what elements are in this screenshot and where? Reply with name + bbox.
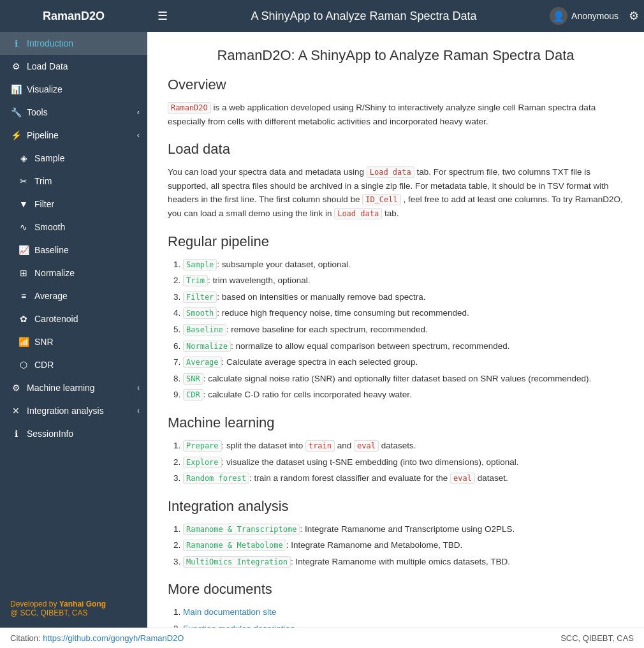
- list-item: Ramanome & Metabolome: Integrate Ramanom…: [183, 538, 624, 552]
- gear-icon: ⚙: [10, 61, 22, 71]
- list-item: CDR: calculate C-D ratio for cells incor…: [183, 388, 624, 402]
- sidebar-item-baseline[interactable]: 📈 Baseline: [0, 239, 147, 261]
- list-item: Random forest: train a random forest cla…: [183, 471, 624, 485]
- app-title: A ShinyApp to Analyze Raman Spectra Data: [178, 10, 550, 23]
- doc-link-1[interactable]: Main documentation site: [183, 607, 276, 617]
- hamburger-icon[interactable]: ☰: [147, 9, 178, 23]
- sidebar-item-sample[interactable]: ◈ Sample: [0, 147, 147, 170]
- more-documents-heading: More documents: [168, 581, 624, 598]
- list-item: Sample: subsample your dataset, optional…: [183, 258, 624, 272]
- sidebar-label: SNR: [34, 337, 54, 347]
- load-data-code3: Load data: [334, 208, 382, 219]
- sidebar-label: Carotenoid: [34, 314, 78, 324]
- list-item: SNR: calculate signal noise ratio (SNR) …: [183, 372, 624, 386]
- sidebar-label: CDR: [34, 360, 54, 370]
- sidebar-item-cdr[interactable]: ⬡ CDR: [0, 353, 147, 376]
- pipeline-icon: ⚡: [10, 130, 22, 140]
- citation-text: Citation: https://github.com/gongyh/Rama…: [10, 633, 184, 643]
- sidebar-label: Tools: [27, 107, 48, 117]
- username: Anonymous: [571, 11, 618, 21]
- average-icon: ≡: [18, 291, 29, 301]
- machine-learning-list: Prepare: split the dataset into train an…: [183, 439, 624, 485]
- sidebar-item-snr[interactable]: 📶 SNR: [0, 330, 147, 353]
- sidebar-label: Visualize: [27, 84, 62, 94]
- load-data-heading: Load data: [168, 141, 624, 158]
- sidebar-label: Sample: [34, 153, 64, 163]
- sidebar-label: Filter: [34, 199, 54, 209]
- overview-body: is a web application developed using R/S…: [168, 103, 596, 126]
- list-item: Average: Calculate average spectra in ea…: [183, 355, 624, 369]
- sidebar-item-carotenoid[interactable]: ✿ Carotenoid: [0, 307, 147, 330]
- sidebar-item-sessioninfo[interactable]: ℹ SessionInfo: [0, 422, 147, 445]
- footer-text1: Developed by: [10, 600, 59, 608]
- filter-icon: ▼: [18, 199, 29, 209]
- chevron-left-icon: ‹: [137, 131, 140, 140]
- sidebar-item-load-data[interactable]: ⚙ Load Data: [0, 55, 147, 78]
- sidebar-label: Integration analysis: [27, 406, 104, 416]
- topbar: RamanD2O ☰ A ShinyApp to Analyze Raman S…: [0, 0, 644, 32]
- integration-analysis-list: Ramanome & Transcriptome: Integrate Rama…: [183, 522, 624, 569]
- sessioninfo-icon: ℹ: [10, 429, 22, 439]
- sidebar-item-average[interactable]: ≡ Average: [0, 284, 147, 307]
- sidebar-item-normalize[interactable]: ⊞ Normalize: [0, 261, 147, 284]
- sidebar-label: Baseline: [34, 245, 69, 255]
- list-item: Ramanome & Transcriptome: Integrate Rama…: [183, 522, 624, 536]
- list-item: Baseline: remove baseline for each spect…: [183, 323, 624, 337]
- ramanD2O-code: RamanD2O: [168, 102, 211, 114]
- sidebar-label: Machine learning: [27, 383, 95, 393]
- overview-heading: Overview: [168, 77, 624, 93]
- page-title: RamanD2O: A ShinyApp to Analyze Raman Sp…: [168, 47, 624, 64]
- regular-pipeline-heading: Regular pipeline: [168, 233, 624, 250]
- sidebar-item-trim[interactable]: ✂ Trim: [0, 170, 147, 193]
- main-layout: ℹ Introduction ⚙ Load Data 📊 Visualize 🔧…: [0, 32, 644, 628]
- snr-icon: 📶: [18, 337, 29, 347]
- sidebar-label: Introduction: [27, 38, 73, 48]
- smooth-icon: ∿: [18, 222, 29, 232]
- integration-icon: ✕: [10, 406, 22, 416]
- more-documents-list: Main documentation site Function modules…: [183, 605, 624, 628]
- sidebar-label: Normalize: [34, 268, 75, 278]
- sidebar-item-machine-learning[interactable]: ⚙ Machine learning ‹: [0, 376, 147, 399]
- sidebar-item-smooth[interactable]: ∿ Smooth: [0, 216, 147, 239]
- sample-icon: ◈: [18, 153, 29, 163]
- sidebar-label: Pipeline: [27, 130, 59, 140]
- sidebar-item-introduction[interactable]: ℹ Introduction: [0, 32, 147, 55]
- citation-label: Citation:: [10, 633, 43, 643]
- tools-icon: 🔧: [10, 107, 22, 117]
- sidebar-label: Smooth: [34, 222, 65, 232]
- settings-icon[interactable]: ⚙: [624, 9, 644, 23]
- sidebar-item-visualize[interactable]: 📊 Visualize: [0, 78, 147, 101]
- overview-text: RamanD2O is a web application developed …: [168, 101, 624, 128]
- content-area: RamanD2O: A ShinyApp to Analyze Raman Sp…: [147, 32, 644, 628]
- machine-learning-heading: Machine learning: [168, 415, 624, 431]
- carotenoid-icon: ✿: [18, 314, 29, 324]
- content-inner: RamanD2O: A ShinyApp to Analyze Raman Sp…: [147, 32, 644, 628]
- info-icon: ℹ: [10, 38, 22, 48]
- app-brand: RamanD2O: [0, 10, 147, 23]
- sidebar-footer: Developed by Yanhai Gong @ SCC, QIBEBT, …: [0, 589, 147, 628]
- footer-author: Yanhai Gong: [59, 600, 106, 608]
- chevron-left-icon: ‹: [137, 108, 140, 117]
- chart-icon: 📊: [10, 84, 22, 94]
- load-data-code1: Load data: [367, 166, 414, 178]
- list-item: Main documentation site: [183, 605, 624, 619]
- sidebar-item-tools[interactable]: 🔧 Tools ‹: [0, 101, 147, 124]
- integration-analysis-heading: Integration analysis: [168, 498, 624, 515]
- cdr-icon: ⬡: [18, 360, 29, 370]
- load-data-text4: tab.: [382, 209, 399, 218]
- id-cell-code: ID_Cell: [362, 194, 401, 205]
- footer-bar: Citation: https://github.com/gongyh/Rama…: [0, 628, 644, 648]
- normalize-icon: ⊞: [18, 268, 29, 278]
- list-item: Prepare: split the dataset into train an…: [183, 439, 624, 453]
- sidebar-item-integration-analysis[interactable]: ✕ Integration analysis ‹: [0, 399, 147, 422]
- sidebar-item-pipeline[interactable]: ⚡ Pipeline ‹: [0, 124, 147, 147]
- user-info: 👤 Anonymous: [550, 7, 624, 25]
- sidebar-label: Load Data: [27, 61, 68, 71]
- load-data-text: You can load your spectra data and metad…: [168, 165, 624, 220]
- list-item: Trim: trim wavelength, optional.: [183, 274, 624, 288]
- list-item: Function modules description: [183, 622, 624, 628]
- sidebar-item-filter[interactable]: ▼ Filter: [0, 193, 147, 216]
- list-item: Normalize: normalize to allow equal comp…: [183, 339, 624, 353]
- sidebar-label: Average: [34, 291, 68, 301]
- citation-link[interactable]: https://github.com/gongyh/RamanD2O: [43, 633, 184, 643]
